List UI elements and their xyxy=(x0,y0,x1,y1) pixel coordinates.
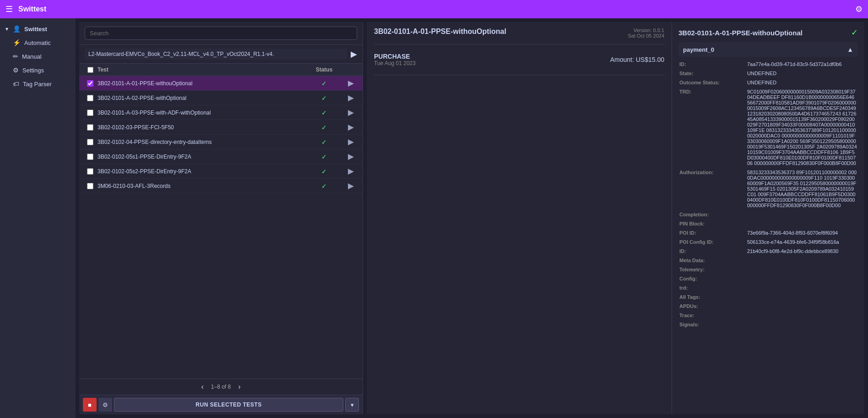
edit-icon: ✏ xyxy=(13,53,18,60)
table-row[interactable]: 3B02-0102-05s2-PPSE-DirEntry-9F2A ✓ ▶ xyxy=(79,164,363,179)
detail-label: State: xyxy=(679,70,743,77)
row-status: ✓ xyxy=(306,124,342,131)
table-rows-container: 3B02-0101-A-01-PPSE-withouOptional ✓ ▶ 3… xyxy=(79,76,363,193)
detail-value xyxy=(747,220,857,227)
purchase-label: PURCHASE xyxy=(374,53,416,60)
row-checkbox[interactable] xyxy=(87,154,93,160)
prev-page-button[interactable]: ‹ xyxy=(201,383,203,391)
playlist-play-button[interactable]: ▶ xyxy=(351,49,357,59)
pass-icon: ✓ xyxy=(321,80,327,87)
row-status: ✓ xyxy=(306,138,342,146)
detail-value xyxy=(747,211,857,218)
next-page-button[interactable]: › xyxy=(238,383,240,391)
detail-value xyxy=(747,302,857,310)
sidebar-item-settings[interactable]: ⚙ Settings xyxy=(0,63,76,77)
select-all-checkbox[interactable] xyxy=(87,67,93,73)
row-checkbox[interactable] xyxy=(87,80,93,87)
detail-value xyxy=(747,321,857,328)
table-row[interactable]: 3B02-0102-04-PPSE-directory-entry-dataIt… xyxy=(79,135,363,149)
playlist-area: L2-Mastercard-EMVCo_Book_C2_v2.11-MCL_v4… xyxy=(79,45,363,64)
table-row[interactable]: 3B02-0101-A-03-PPSE-with-ADF-withOptiona… xyxy=(79,105,363,120)
detail-label: trd: xyxy=(679,284,743,292)
row-run-button[interactable]: ▶ xyxy=(348,93,354,103)
row-test-name: 3B02-0102-04-PPSE-directory-entry-dataIt… xyxy=(98,139,306,145)
table-row[interactable]: 3B02-0101-A-01-PPSE-withouOptional ✓ ▶ xyxy=(79,76,363,91)
sidebar-item-automatic[interactable]: ⚡ Automatic xyxy=(0,36,76,50)
test-column-header: Test xyxy=(98,66,306,73)
menu-icon[interactable]: ☰ xyxy=(5,4,13,14)
sidebar-item-manual[interactable]: ✏ Manual xyxy=(0,50,76,63)
detail-label: Signals: xyxy=(679,321,743,328)
row-checkbox-container[interactable] xyxy=(83,168,98,175)
sidebar-item-swittest[interactable]: ▾ 👤 Swittest xyxy=(0,22,76,36)
pass-icon: ✓ xyxy=(321,182,327,190)
pass-icon: ✓ xyxy=(321,94,327,102)
detail-label: Telemetry: xyxy=(679,266,743,273)
purchase-date: Tue Aug 01 2023 xyxy=(374,60,416,66)
row-checkbox-container[interactable] xyxy=(83,183,98,189)
accordion-header[interactable]: payment_0 ▲ xyxy=(678,42,858,57)
row-checkbox[interactable] xyxy=(87,183,93,189)
detail-label: Config: xyxy=(679,275,743,282)
row-checkbox[interactable] xyxy=(87,95,93,101)
row-checkbox-container[interactable] xyxy=(83,95,98,101)
search-bar xyxy=(79,22,363,45)
table-row[interactable]: 3M06-0210-03-AFL-3Records ✓ ▶ xyxy=(79,179,363,193)
tag-icon: 🏷 xyxy=(13,80,19,88)
detail-label: POI ID: xyxy=(679,229,743,236)
row-checkbox-container[interactable] xyxy=(83,80,98,87)
accordion-label: payment_0 xyxy=(683,46,714,53)
detail-label: All Tags: xyxy=(679,293,743,301)
user-icon: 👤 xyxy=(13,25,21,33)
row-run-button-container: ▶ xyxy=(342,93,359,103)
search-input[interactable] xyxy=(85,27,357,40)
row-checkbox-container[interactable] xyxy=(83,124,98,131)
row-test-name: 3B02-0101-A-01-PPSE-withouOptional xyxy=(98,80,306,87)
right-panel-title: 3B02-0101-A-01-PPSE-withouOptional xyxy=(678,29,803,37)
detail-value: UNDEFINED xyxy=(747,70,857,77)
sidebar-item-label: Manual xyxy=(22,53,42,60)
row-checkbox[interactable] xyxy=(87,168,93,175)
detail-value: 506133ce-e74a-4639-bfe6-34f9f58b816a xyxy=(747,238,857,246)
row-checkbox[interactable] xyxy=(87,110,93,116)
row-run-button-container: ▶ xyxy=(342,166,359,176)
stop-button[interactable]: ■ xyxy=(83,398,97,412)
row-run-button[interactable]: ▶ xyxy=(348,152,354,161)
topbar: ☰ Swittest ⚙ xyxy=(0,0,868,18)
row-checkbox[interactable] xyxy=(87,139,93,145)
row-run-button[interactable]: ▶ xyxy=(348,78,354,88)
table-header: Test Status xyxy=(79,64,363,76)
detail-value: UNDEFINED xyxy=(747,79,857,86)
row-test-name: 3B02-0102-05s1-PPSE-DirEntry-9F2A xyxy=(98,154,306,160)
detail-value xyxy=(747,266,857,273)
sidebar-item-label: Swittest xyxy=(24,26,47,33)
table-row[interactable]: 3B02-0102-03-PPSE-FCI-5F50 ✓ ▶ xyxy=(79,120,363,135)
detail-label: Outcome Status: xyxy=(679,79,743,86)
row-run-button[interactable]: ▶ xyxy=(348,181,354,191)
test-title: 3B02-0101-A-01-PPSE-withouOptional xyxy=(374,28,506,36)
row-test-name: 3B02-0101-A-02-PPSE-withOptional xyxy=(98,95,306,101)
table-row[interactable]: 3B02-0101-A-02-PPSE-withOptional ✓ ▶ xyxy=(79,91,363,105)
date-label: Sat Oct 05 2024 xyxy=(628,33,665,38)
row-checkbox-container[interactable] xyxy=(83,154,98,160)
row-checkbox-container[interactable] xyxy=(83,139,98,145)
settings-icon[interactable]: ⚙ xyxy=(855,4,863,14)
main-layout: ▾ 👤 Swittest ⚡ Automatic ✏ Manual ⚙ Sett… xyxy=(0,18,868,418)
run-dropdown-button[interactable]: ▾ xyxy=(345,398,359,412)
select-all-checkbox-container[interactable] xyxy=(83,67,98,73)
run-selected-button[interactable]: RUN SELECTED TESTS xyxy=(114,398,343,412)
row-checkbox-container[interactable] xyxy=(83,110,98,116)
left-panel: L2-Mastercard-EMVCo_Book_C2_v2.11-MCL_v4… xyxy=(79,22,363,414)
run-settings-button[interactable]: ⚙ xyxy=(98,398,112,412)
table-row[interactable]: 3B02-0102-05s1-PPSE-DirEntry-9F2A ✓ ▶ xyxy=(79,149,363,164)
row-run-button-container: ▶ xyxy=(342,122,359,132)
row-run-button[interactable]: ▶ xyxy=(348,137,354,147)
sidebar-item-tag-parser[interactable]: 🏷 Tag Parser xyxy=(0,77,76,91)
row-run-button[interactable]: ▶ xyxy=(348,122,354,132)
row-checkbox[interactable] xyxy=(87,124,93,131)
row-run-button[interactable]: ▶ xyxy=(348,108,354,117)
chevron-down-icon: ▾ xyxy=(5,26,8,32)
chevron-up-icon: ▲ xyxy=(847,46,853,53)
row-run-button[interactable]: ▶ xyxy=(348,166,354,176)
pagination-info: 1–8 of 8 xyxy=(211,384,231,390)
